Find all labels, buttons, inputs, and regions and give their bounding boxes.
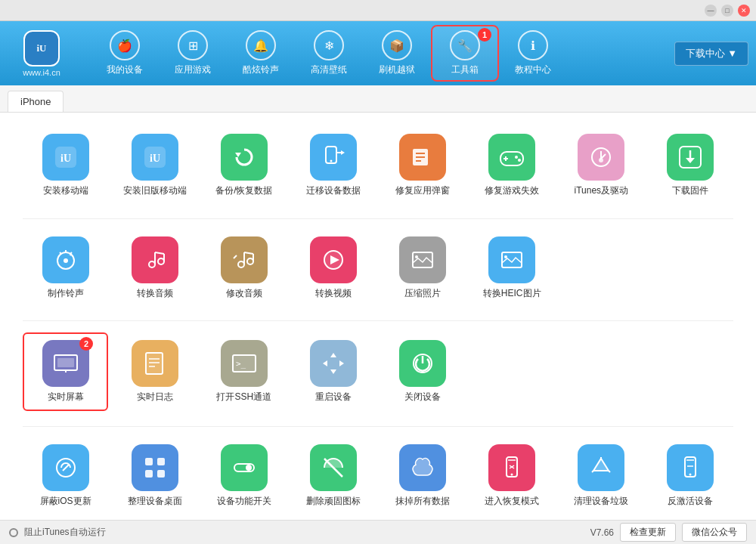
tool-shutdown-device[interactable]: 关闭设备 bbox=[380, 332, 466, 411]
svg-rect-63 bbox=[145, 458, 153, 465]
tool-device-functions[interactable]: 设备功能开关 bbox=[201, 438, 287, 514]
tool-reboot-device[interactable]: 重启设备 bbox=[290, 332, 376, 411]
tool-icon-open-ssh: >_ bbox=[221, 340, 268, 387]
tool-deactivate[interactable]: 反激活设备 bbox=[648, 438, 733, 514]
wechat-button[interactable]: 微信公众号 bbox=[682, 523, 747, 542]
nav-item-my-device[interactable]: 🍎我的设备 bbox=[91, 25, 159, 82]
tool-install-old[interactable]: iU安装旧版移动端 bbox=[112, 128, 197, 203]
tool-clean-junk[interactable]: 清理设备垃圾 bbox=[559, 438, 644, 514]
tool-organize-desktop[interactable]: 整理设备桌面 bbox=[112, 438, 197, 514]
nav-item-app-game[interactable]: ⊞应用游戏 bbox=[159, 25, 227, 82]
svg-text:iU: iU bbox=[150, 153, 160, 164]
tool-label-deactivate: 反激活设备 bbox=[668, 496, 713, 508]
svg-line-62 bbox=[63, 465, 69, 471]
svg-rect-65 bbox=[145, 470, 153, 478]
tool-group-group1: iU安装移动端iU安装旧版移动端备份/恢复数据迁移设备数据修复应用弹窗修复游戏失… bbox=[23, 128, 733, 203]
download-center-button[interactable]: 下载中心 ▼ bbox=[674, 42, 748, 66]
nav-badge-toolbox: 1 bbox=[478, 28, 491, 42]
tool-compress-photo[interactable]: 压缩照片 bbox=[380, 230, 466, 306]
tool-icon-shutdown-device bbox=[399, 340, 446, 387]
nav-label-my-device: 我的设备 bbox=[107, 63, 143, 76]
tool-install-mobile[interactable]: iU安装移动端 bbox=[23, 128, 108, 203]
tool-label-device-functions: 设备功能开关 bbox=[217, 496, 271, 508]
status-right: V7.66 检查更新 微信公众号 bbox=[590, 523, 747, 542]
tool-download-firmware[interactable]: 下载固件 bbox=[648, 128, 733, 203]
tool-fix-crash[interactable]: 修复应用弹窗 bbox=[380, 128, 466, 203]
tool-icon-edit-audio bbox=[221, 236, 268, 283]
svg-line-31 bbox=[155, 252, 164, 254]
svg-rect-64 bbox=[157, 458, 165, 465]
nav-item-wallpaper[interactable]: ❄高清壁纸 bbox=[295, 25, 363, 82]
close-button[interactable]: ✕ bbox=[738, 5, 750, 17]
tool-convert-audio[interactable]: 转换音频 bbox=[112, 230, 197, 306]
tool-migrate-data[interactable]: 迁移设备数据 bbox=[290, 128, 376, 203]
tool-convert-heic[interactable]: 转换HEIC图片 bbox=[469, 230, 555, 306]
tool-label-backup-restore: 备份/恢复数据 bbox=[215, 185, 272, 197]
nav-label-ringtone: 酷炫铃声 bbox=[243, 63, 279, 76]
tool-icon-reboot-device bbox=[310, 340, 357, 387]
tool-realtime-screen[interactable]: 2实时屏幕 bbox=[23, 332, 108, 411]
tool-realtime-log[interactable]: 实时日志 bbox=[112, 332, 197, 411]
tool-block-ios-update[interactable]: 屏蔽iOS更新 bbox=[23, 438, 108, 514]
tool-icon-organize-desktop bbox=[132, 444, 178, 491]
tool-convert-video[interactable]: 转换视频 bbox=[290, 230, 376, 306]
nav-label-flash: 刷机越狱 bbox=[379, 63, 415, 76]
nav-item-ringtone[interactable]: 🔔酷炫铃声 bbox=[227, 25, 295, 82]
svg-point-71 bbox=[511, 473, 513, 475]
tool-icon-erase-all bbox=[399, 444, 446, 491]
flash-icon: 📦 bbox=[382, 30, 412, 60]
minimize-button[interactable]: — bbox=[705, 5, 717, 17]
svg-point-19 bbox=[599, 158, 603, 162]
check-update-button[interactable]: 检查更新 bbox=[620, 523, 676, 542]
svg-line-78 bbox=[592, 471, 593, 472]
svg-line-25 bbox=[60, 252, 61, 254]
svg-point-42 bbox=[415, 255, 418, 258]
tool-delete-stubborn[interactable]: 删除顽固图标 bbox=[290, 438, 376, 514]
tool-icon-convert-audio bbox=[132, 236, 178, 283]
svg-point-33 bbox=[238, 261, 244, 267]
tool-label-itunes-driver: iTunes及驱动 bbox=[575, 185, 629, 197]
tool-label-block-ios-update: 屏蔽iOS更新 bbox=[40, 496, 91, 508]
tool-itunes-driver[interactable]: iTunes及驱动 bbox=[559, 128, 644, 203]
svg-rect-48 bbox=[57, 358, 74, 367]
logo-icon: iU bbox=[23, 30, 60, 66]
tool-label-convert-audio: 转换音频 bbox=[137, 288, 173, 300]
tool-backup-restore[interactable]: 备份/恢复数据 bbox=[201, 128, 287, 203]
tool-recovery-mode[interactable]: 进入恢复模式 bbox=[469, 438, 555, 514]
tool-icon-convert-heic bbox=[488, 236, 535, 283]
svg-point-29 bbox=[158, 258, 164, 264]
tool-open-ssh[interactable]: >_打开SSH通道 bbox=[201, 332, 287, 411]
logo-url: www.i4.cn bbox=[23, 68, 60, 77]
tool-fix-game[interactable]: 修复游戏失效 bbox=[469, 128, 555, 203]
svg-point-16 bbox=[515, 156, 518, 159]
nav-item-toolbox[interactable]: 🔧工具箱1 bbox=[431, 25, 499, 82]
toolbox-icon: 🔧 bbox=[450, 30, 480, 60]
tool-label-realtime-log: 实时日志 bbox=[137, 391, 173, 403]
svg-marker-8 bbox=[341, 150, 345, 155]
nav-items: 🍎我的设备⊞应用游戏🔔酷炫铃声❄高清壁纸📦刷机越狱🔧工具箱1ℹ教程中心 bbox=[91, 25, 674, 82]
restore-button[interactable]: □ bbox=[721, 5, 733, 17]
tool-label-convert-heic: 转换HEIC图片 bbox=[483, 288, 541, 300]
tab-iphone[interactable]: iPhone bbox=[8, 91, 64, 112]
tool-label-open-ssh: 打开SSH通道 bbox=[216, 391, 271, 403]
tool-make-ringtone[interactable]: +制作铃声 bbox=[23, 230, 108, 306]
svg-rect-49 bbox=[146, 353, 163, 374]
svg-point-44 bbox=[504, 255, 507, 258]
svg-point-26 bbox=[64, 258, 68, 263]
svg-point-80 bbox=[689, 473, 692, 475]
tool-icon-delete-stubborn bbox=[310, 444, 357, 491]
tool-badge-realtime-screen: 2 bbox=[79, 337, 93, 351]
svg-text:iU: iU bbox=[60, 153, 71, 164]
section-divider-0 bbox=[23, 218, 733, 219]
svg-marker-57 bbox=[323, 360, 327, 366]
tool-erase-all[interactable]: 抹掉所有数据 bbox=[380, 438, 466, 514]
tool-icon-make-ringtone: + bbox=[42, 236, 89, 283]
svg-text:>_: >_ bbox=[236, 359, 246, 369]
nav-item-tutorial[interactable]: ℹ教程中心 bbox=[499, 25, 567, 82]
tool-label-download-firmware: 下载固件 bbox=[672, 185, 708, 197]
tool-edit-audio[interactable]: 修改音频 bbox=[201, 230, 287, 306]
svg-point-34 bbox=[247, 258, 253, 264]
tool-group-group3: 2实时屏幕实时日志>_打开SSH通道重启设备关闭设备 bbox=[23, 332, 733, 411]
nav-item-flash[interactable]: 📦刷机越狱 bbox=[363, 25, 431, 82]
my-device-icon: 🍎 bbox=[110, 30, 140, 60]
